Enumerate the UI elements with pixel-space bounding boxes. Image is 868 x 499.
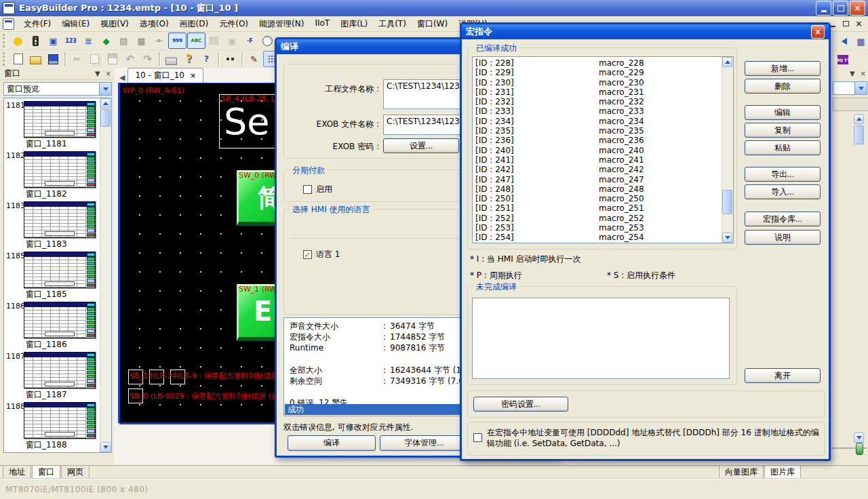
macro-list-item[interactable]: [ID : 229]macro_229 (473, 68, 722, 77)
hmi-attribute-icon[interactable]: ▣ (45, 33, 62, 49)
macro-list-item[interactable]: [ID : 232]macro_232 (473, 97, 722, 106)
panel-close-icon[interactable]: × (106, 70, 111, 77)
chevron-down-icon[interactable] (854, 82, 867, 94)
library-dropdown[interactable] (833, 81, 867, 95)
menu-item[interactable]: 选项(O) (134, 16, 174, 32)
scrollbar-thumb[interactable] (100, 109, 111, 127)
macro-import-button[interactable]: 导入... (745, 184, 821, 199)
group-icon[interactable]: ▣ (224, 33, 241, 49)
font-management-button[interactable]: 字体管理... (380, 435, 468, 451)
ascii-display-icon[interactable]: ABC (187, 33, 205, 49)
menu-item[interactable]: 编辑(E) (56, 16, 95, 32)
window-preview-dropdown[interactable]: 窗口预览 (3, 82, 112, 96)
layers-icon[interactable]: ≣ (80, 33, 97, 49)
pen-icon[interactable]: ✎ (245, 51, 262, 67)
scroll-up-icon[interactable] (722, 57, 732, 67)
recipe-icon[interactable]: ◆ (98, 33, 115, 49)
enable-checkbox[interactable] (303, 185, 312, 194)
macro-list-item[interactable]: [ID : 247]macro_247 (473, 175, 722, 184)
macro-list-item[interactable]: [ID : 234]macro_234 (473, 117, 722, 126)
macro-copy-button[interactable]: 复制 (745, 123, 821, 138)
macro-edit-button[interactable]: 编辑 (745, 105, 821, 120)
macro-list-item[interactable]: [ID : 253]macro_253 (473, 223, 722, 233)
scrollbar-thumb[interactable] (722, 190, 732, 214)
numeric-display-icon[interactable]: 999 (168, 33, 186, 49)
menu-item[interactable]: 画图(D) (174, 16, 214, 32)
exob-password-set-button[interactable]: 设置... (383, 138, 459, 153)
macro-list-item[interactable]: [ID : 251]macro_251 (473, 203, 722, 213)
touch-panel-icon[interactable]: ▤ (115, 33, 132, 49)
menu-item[interactable]: 视图(V) (95, 16, 134, 32)
macro-list-item[interactable]: [ID : 231]macro_231 (473, 87, 722, 97)
window-list-item[interactable]: 1187 窗口_1187 (4, 351, 100, 401)
menu-item[interactable]: 工具(T) (373, 16, 412, 32)
scroll-down-icon[interactable] (100, 442, 111, 452)
chevron-down-icon[interactable] (99, 83, 111, 95)
menu-item[interactable]: 元件(O) (214, 16, 254, 32)
scroll-up-icon[interactable] (100, 98, 111, 108)
macro-list-item[interactable]: [ID : 242]macro_242 (473, 165, 722, 174)
compile-button[interactable]: 编译 (288, 435, 376, 451)
macro-list-item[interactable]: [ID : 240]macro_240 (473, 146, 722, 155)
address-format-checkbox[interactable] (473, 433, 482, 442)
open-file-icon[interactable] (27, 51, 44, 67)
menu-item[interactable]: 窗口(W) (412, 16, 453, 32)
macro-help-button[interactable]: 说明 (745, 230, 821, 245)
menu-item[interactable]: 文件(F) (18, 16, 56, 32)
panel-dropdown-icon[interactable]: ▼ (95, 70, 100, 77)
password-settings-button[interactable]: 密码设置... (473, 397, 568, 412)
bottom-tab[interactable]: 地址 (3, 466, 31, 480)
find-icon[interactable] (222, 51, 239, 67)
switch-icon[interactable]: –o– (151, 33, 167, 49)
numeric-input-icon[interactable]: 123 (62, 33, 79, 49)
menu-item[interactable]: 图库(L) (335, 16, 373, 32)
macro-list-item[interactable]: [ID : 235]macro_235 (473, 126, 722, 136)
macro-list-item[interactable]: [ID : 250]macro_250 (473, 194, 722, 203)
macro-list-scrollbar[interactable] (722, 57, 733, 243)
library-scrollbar[interactable] (854, 114, 864, 144)
library-tab[interactable]: 向量图库 (719, 466, 764, 480)
macro-list-item[interactable]: [ID : 236]macro_236 (473, 136, 722, 145)
context-help-icon[interactable]: ? (198, 51, 215, 67)
macro-library-button[interactable]: 宏指令库... (745, 212, 821, 226)
paste-icon[interactable] (104, 51, 121, 67)
menu-item[interactable]: 能源管理(N) (254, 16, 309, 32)
macro-list-item[interactable]: [ID : 248]macro_248 (473, 184, 722, 194)
timer-icon[interactable] (259, 33, 276, 49)
window-list-item[interactable]: 1186 窗口_1186 (4, 300, 100, 351)
mdi-close-icon[interactable]: × (854, 20, 864, 28)
macro-dialog-title-bar[interactable]: 宏指令 × (462, 24, 829, 39)
macro-exit-button[interactable]: 离开 (745, 368, 821, 383)
sound-library-icon[interactable] (834, 33, 851, 49)
save-icon[interactable] (45, 51, 62, 67)
redo-icon[interactable]: ↷ (139, 51, 156, 67)
tab-close-icon[interactable]: × (190, 71, 196, 80)
new-file-icon[interactable] (9, 51, 26, 67)
undo-icon[interactable]: ↶ (121, 51, 138, 67)
macro-list-item[interactable]: [ID : 228]macro_228 (473, 58, 722, 68)
close-button[interactable]: × (850, 1, 865, 16)
window-list-item[interactable]: 1185 窗口_1185 (4, 250, 100, 300)
address-view-icon[interactable]: ▦ (852, 33, 868, 49)
help-icon[interactable]: ? (180, 51, 197, 67)
bulb-icon[interactable]: ● (9, 33, 26, 49)
zoom-slider-handle[interactable] (856, 443, 863, 455)
barcode-icon[interactable] (206, 33, 223, 49)
macro-paste-button[interactable]: 粘贴 (745, 140, 821, 155)
macro-export-button[interactable]: 导出... (745, 167, 821, 182)
set-bit-objects-row[interactable]: SB_13(LB-24(LB-9 : 保存配方资料到触摸屏 (128, 370, 191, 386)
bottom-tab[interactable]: 网页 (61, 466, 90, 480)
scroll-up-icon[interactable] (854, 114, 864, 124)
scroll-down-icon[interactable] (854, 433, 864, 443)
memo-pad-icon[interactable]: ▦ (133, 33, 150, 49)
print-icon[interactable] (163, 51, 180, 67)
panel-close-icon[interactable]: × (861, 70, 866, 77)
scrollbar-thumb[interactable] (854, 125, 864, 144)
window-list-item[interactable]: 1188 窗口_1188 (4, 401, 100, 451)
language-1-checkbox[interactable] (303, 250, 312, 259)
macro-list-item[interactable]: [ID : 230]macro_230 (473, 78, 722, 87)
minimize-button[interactable] (816, 1, 831, 16)
mqtt-icon[interactable]: MQ TT (834, 52, 851, 68)
set-bit-object-sb0[interactable]: SB_0 (LB-9029 : 保存配方资料到触摸屏 (设 (128, 388, 149, 405)
macro-delete-button[interactable]: 删除 (745, 79, 821, 94)
